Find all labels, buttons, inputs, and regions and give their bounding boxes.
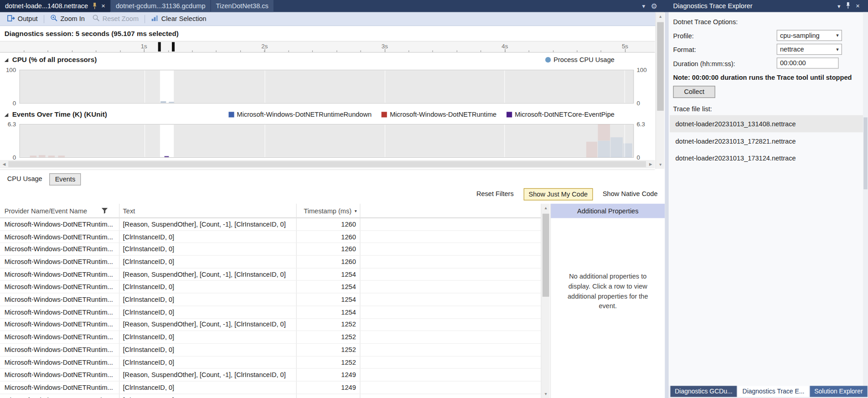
- document-tabs: dotnet-loade...1408.nettrace×dotnet-gcdu…: [0, 0, 274, 12]
- table-scroll-thumb[interactable]: [542, 214, 549, 297]
- table-vertical-scrollbar[interactable]: ▲ ▼: [541, 204, 549, 398]
- application-window: dotnet-loade...1408.nettrace×dotnet-gcdu…: [0, 0, 868, 398]
- table-row[interactable]: Microsoft-Windows-DotNETRuntim...[Reason…: [0, 269, 541, 281]
- chevron-down-icon: ▾: [836, 47, 839, 52]
- document-tab[interactable]: TizenDotNet38.cs: [211, 0, 274, 12]
- table-row[interactable]: Microsoft-Windows-DotNETRuntim...[ClrIns…: [0, 357, 541, 369]
- trace-file-item[interactable]: dotnet-loader20231013_131408.nettrace: [670, 115, 863, 133]
- cell-text: [ClrInstanceID, 0]: [123, 357, 293, 368]
- output-button[interactable]: Output: [3, 14, 41, 24]
- pane-divider: [0, 170, 655, 170]
- format-label: Format:: [673, 46, 696, 54]
- panel-scroll-thumb[interactable]: [863, 117, 868, 189]
- table-row[interactable]: Microsoft-Windows-DotNETRuntim...[ClrIns…: [0, 256, 541, 269]
- window-position-chevron-icon[interactable]: ▾: [837, 3, 840, 9]
- timeline-ruler[interactable]: 1s2s3s4s5s: [0, 41, 655, 53]
- clear-selection-button[interactable]: Clear Selection: [147, 14, 210, 24]
- pin-icon[interactable]: [92, 3, 98, 10]
- tool-window-tab[interactable]: Diagnostics Trace E...: [738, 386, 809, 397]
- pin-icon[interactable]: [845, 2, 851, 10]
- cell-provider: Microsoft-Windows-DotNETRuntim...: [5, 319, 116, 331]
- cell-provider: Microsoft-Windows-DotNETRuntim...: [5, 331, 116, 343]
- tool-window-tab[interactable]: Solution Explorer: [810, 386, 868, 397]
- settings-gear-icon[interactable]: ⚙: [651, 2, 657, 10]
- cpu-section-header: CPU (% of all processors): [5, 56, 97, 64]
- panel-scrollbar[interactable]: [863, 12, 868, 386]
- collect-button[interactable]: Collect: [673, 86, 715, 98]
- table-row[interactable]: Microsoft-Windows-DotNETRuntim...[ClrIns…: [0, 294, 541, 306]
- column-provider[interactable]: Provider Name/Event Name: [5, 207, 87, 215]
- lower-tab-events[interactable]: Events: [50, 173, 81, 186]
- chart-gridline: [625, 124, 625, 157]
- document-tab-label: TizenDotNet38.cs: [216, 2, 269, 10]
- document-tab[interactable]: dotnet-gcdum...31136.gcdump: [111, 0, 210, 12]
- ruler-major-tick: [625, 49, 625, 52]
- chart-vertical-scrollbar[interactable]: ▲ ▼: [656, 12, 664, 169]
- chart-horizontal-scrollbar[interactable]: ◀ ▶: [0, 160, 655, 168]
- ruler-minor-tick: [457, 51, 457, 52]
- trace-file-list-label: Trace file list:: [673, 105, 712, 113]
- chart-gridline: [505, 124, 505, 157]
- cpu-usage-mark: [160, 101, 166, 103]
- reset-zoom-button[interactable]: Reset Zoom: [88, 13, 142, 24]
- scroll-left-icon[interactable]: ◀: [0, 160, 8, 168]
- scroll-up-icon[interactable]: ▲: [542, 204, 550, 212]
- scroll-up-icon[interactable]: ▲: [656, 12, 665, 21]
- cell-timestamp: 1254: [296, 306, 357, 318]
- filter-funnel-icon[interactable]: [101, 207, 108, 216]
- collapse-triangle-icon[interactable]: [5, 58, 9, 62]
- table-row[interactable]: Microsoft-Windows-DotNETRuntim...[Reason…: [0, 319, 541, 331]
- profile-dropdown[interactable]: cpu-sampling ▾: [777, 30, 842, 41]
- table-row[interactable]: Microsoft-Windows-DotNETRuntim...[ClrIns…: [0, 281, 541, 294]
- table-row[interactable]: Microsoft-Windows-DotNETRuntim...[Reason…: [0, 369, 541, 382]
- tool-window-tab[interactable]: Diagnostics GCDu...: [671, 386, 737, 397]
- events-over-time-chart[interactable]: [20, 124, 634, 158]
- cpu-usage-chart[interactable]: [20, 70, 634, 103]
- table-row[interactable]: Microsoft-Windows-DotNETRuntim...[ClrIns…: [0, 331, 541, 344]
- additional-properties-empty-message: No additional properties to display. Cli…: [558, 271, 658, 311]
- selection-handle[interactable]: [158, 42, 161, 52]
- table-row[interactable]: Microsoft-Windows-DotNETRuntim...[ClrIns…: [0, 306, 541, 319]
- show-native-code-button[interactable]: Show Native Code: [598, 188, 662, 201]
- events-table-header: Provider Name/Event Name Text Timestamp …: [0, 204, 541, 218]
- table-row[interactable]: Microsoft-Windows-DotNETRuntim...[ClrIns…: [0, 344, 541, 357]
- document-list-dropdown-icon[interactable]: ▾: [642, 2, 646, 10]
- zoom-in-button[interactable]: Zoom In: [46, 13, 88, 24]
- duration-value: 00:00:00: [780, 59, 806, 67]
- cell-provider: Microsoft-Windows-DotNETRuntim...: [5, 306, 116, 318]
- tool-window-title: Diagnostics Trace Explorer: [673, 2, 753, 10]
- table-row[interactable]: Microsoft-Windows-DotNETRuntim...[ClrIns…: [0, 394, 541, 398]
- format-dropdown[interactable]: nettrace ▾: [777, 44, 842, 55]
- close-icon[interactable]: ×: [101, 3, 105, 10]
- scroll-right-icon[interactable]: ▶: [646, 160, 655, 168]
- trace-file-item[interactable]: dotnet-loader20231013_173124.nettrace: [670, 150, 863, 167]
- table-row[interactable]: Microsoft-Windows-DotNETRuntim...[ClrIns…: [0, 382, 541, 394]
- ruler-major-tick: [385, 49, 385, 52]
- table-row[interactable]: Microsoft-Windows-DotNETRuntim...[ClrIns…: [0, 243, 541, 256]
- scroll-down-icon[interactable]: ▼: [542, 390, 550, 398]
- scroll-down-icon[interactable]: ▼: [656, 160, 665, 169]
- duration-input[interactable]: 00:00:00: [777, 57, 839, 68]
- cell-text: [ClrInstanceID, 0]: [123, 243, 293, 255]
- show-just-my-code-button[interactable]: Show Just My Code: [524, 188, 593, 201]
- table-row[interactable]: Microsoft-Windows-DotNETRuntim...[ClrIns…: [0, 231, 541, 243]
- column-timestamp[interactable]: Timestamp (ms): [296, 207, 351, 215]
- document-tab-label: dotnet-loade...1408.nettrace: [5, 2, 88, 10]
- cell-text: [ClrInstanceID, 0]: [123, 256, 293, 268]
- reset-filters-button[interactable]: Reset Filters: [472, 188, 518, 201]
- unselected-region-shade: [20, 70, 160, 103]
- selection-handle[interactable]: [172, 42, 175, 52]
- events-legend: Microsoft-Windows-DotNETRuntimeRundownMi…: [228, 111, 615, 119]
- close-icon[interactable]: ×: [856, 2, 860, 10]
- lower-tab-cpu-usage[interactable]: CPU Usage: [2, 173, 47, 186]
- document-tab[interactable]: dotnet-loade...1408.nettrace×: [0, 0, 110, 12]
- horizontal-scroll-thumb[interactable]: [8, 161, 646, 167]
- vertical-splitter[interactable]: [665, 12, 669, 398]
- cell-text: [ClrInstanceID, 0]: [123, 231, 293, 243]
- table-row[interactable]: Microsoft-Windows-DotNETRuntim...[Reason…: [0, 218, 541, 231]
- sort-descending-icon[interactable]: ▼: [354, 209, 357, 213]
- trace-file-item[interactable]: dotnet-loader20231013_172821.nettrace: [670, 132, 863, 150]
- column-text[interactable]: Text: [123, 207, 135, 215]
- collapse-triangle-icon[interactable]: [5, 113, 9, 117]
- vertical-scroll-thumb[interactable]: [657, 22, 664, 111]
